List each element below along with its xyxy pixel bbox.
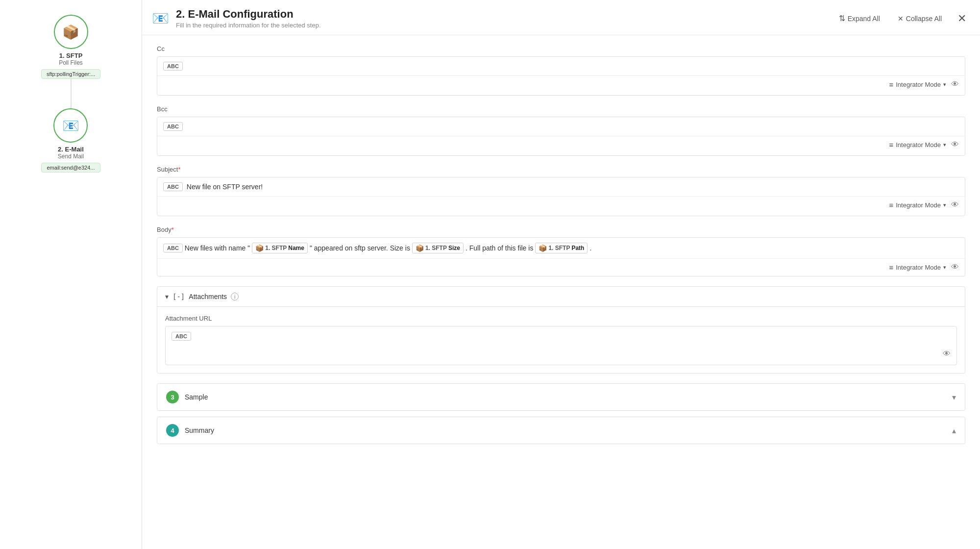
collapse-x-icon: ✕ [898,15,904,23]
token-3-icon: 📦 [539,244,547,252]
body-content-row: ABC New files with name " 📦 1. SFTP Name… [157,238,965,258]
sample-section-left: 3 Sample [166,391,208,403]
summary-section-header[interactable]: 4 Summary ▴ [157,417,965,444]
cc-integrator-mode-button[interactable]: ≡ Integrator Mode ▾ [889,80,946,89]
attachments-header: ▾ [-] Attachments i [157,287,965,307]
step-1-badge: sftp:pollingTrigger:... [41,69,100,79]
body-integrator-mode-label: Integrator Mode [896,264,941,271]
body-field-footer: ≡ Integrator Mode ▾ 👁 [157,258,965,275]
connector-line-1 [71,79,72,108]
body-abc-badge: ABC [163,244,183,252]
cc-eye-button[interactable]: 👁 [951,80,959,89]
header-actions: ⇅ Expand All ✕ Collapse All ✕ [835,10,968,27]
subject-eye-button[interactable]: 👁 [951,200,959,209]
config-header: 📧 2. E-Mail Configuration Fill in the re… [142,0,980,35]
subject-integrator-mode-label: Integrator Mode [896,201,941,209]
body-text-end: . [589,244,591,252]
attachment-url-label: Attachment URL [165,315,957,322]
token-1-source: 1. SFTP [265,245,287,251]
sidebar: 📦 1. SFTP Poll Files sftp:pollingTrigger… [0,0,142,549]
cc-input-wrapper[interactable]: ABC ≡ Integrator Mode ▾ 👁 [157,56,965,96]
collapse-all-button[interactable]: ✕ Collapse All [894,13,946,25]
body-integrator-lines-icon: ≡ [889,263,893,272]
attachments-bracket: [-] [172,293,185,300]
subject-field-footer: ≡ Integrator Mode ▾ 👁 [157,196,965,213]
attachment-url-field[interactable]: ABC 👁 [165,326,957,365]
token-3-field: Path [571,245,584,251]
sample-chevron-icon[interactable]: ▾ [952,393,956,402]
header-text: 2. E-Mail Configuration Fill in the requ… [176,8,321,29]
summary-chevron-icon[interactable]: ▴ [952,426,956,435]
cc-integrator-mode-label: Integrator Mode [896,81,941,88]
cc-label: Cc [157,45,965,52]
body-required-asterisk: * [172,226,174,233]
body-text-middle1: " appeared on sftp server. Size is [310,244,410,252]
body-field-section: Body* ABC New files with name " 📦 1. SFT… [157,226,965,276]
sample-number-badge: 3 [166,391,179,403]
sample-section-header[interactable]: 3 Sample ▾ [157,384,965,410]
sample-title: Sample [185,393,208,401]
step-2-circle[interactable]: 📧 [53,108,88,143]
bcc-integrator-mode-button[interactable]: ≡ Integrator Mode ▾ [889,141,946,149]
bcc-field-footer: ≡ Integrator Mode ▾ 👁 [157,136,965,153]
body-label: Body* [157,226,965,233]
expand-all-label: Expand All [848,15,880,23]
subject-label: Subject* [157,166,965,173]
step-1-label: 1. SFTP [59,52,83,59]
step-2-icon: 📧 [62,118,79,134]
header-email-icon: 📧 [152,10,169,26]
step-1-icon: 📦 [62,24,79,40]
attachment-url-eye-button[interactable]: 👁 [943,349,951,358]
step-1-circle[interactable]: 📦 [54,15,88,49]
expand-icon: ⇅ [839,14,845,23]
bcc-dropdown-icon: ▾ [943,142,946,148]
body-input-wrapper[interactable]: ABC New files with name " 📦 1. SFTP Name… [157,237,965,276]
step-2-sublabel: Send Mail [58,153,84,160]
subject-input-wrapper[interactable]: ABC New file on SFTP server! ≡ Integrato… [157,177,965,216]
header-title-text: E-Mail Configuration [188,8,293,20]
attachments-collapse-icon[interactable]: ▾ [165,293,169,300]
step-1-node[interactable]: 📦 1. SFTP Poll Files sftp:pollingTrigger… [41,15,100,79]
body-eye-button[interactable]: 👁 [951,263,959,272]
step-2-node[interactable]: 📧 2. E-Mail Send Mail email:send@e324... [41,108,100,173]
bcc-label: Bcc [157,105,965,113]
close-button[interactable]: ✕ [956,10,968,27]
collapse-all-label: Collapse All [906,15,942,23]
subject-integrator-mode-button[interactable]: ≡ Integrator Mode ▾ [889,201,946,209]
body-dropdown-icon: ▾ [943,264,946,271]
step-2-badge: email:send@e324... [41,163,100,173]
attachment-url-abc-badge: ABC [172,332,191,341]
step-2-label: 2. E-Mail [58,146,84,153]
expand-all-button[interactable]: ⇅ Expand All [835,12,884,25]
bcc-eye-button[interactable]: 👁 [951,140,959,149]
subject-abc-badge: ABC [163,182,183,191]
token-2-icon: 📦 [416,244,424,252]
attachments-section: ▾ [-] Attachments i Attachment URL ABC 👁 [157,286,965,374]
token-2-field: Size [448,245,460,251]
subject-value[interactable]: New file on SFTP server! [187,183,263,191]
summary-section: 4 Summary ▴ [157,417,965,444]
cc-abc-badge: ABC [163,62,183,71]
bcc-field-section: Bcc ABC ≡ Integrator Mode ▾ 👁 [157,105,965,156]
body-text-before: New files with name " [185,244,250,252]
header-left: 📧 2. E-Mail Configuration Fill in the re… [152,8,321,29]
summary-title: Summary [185,426,214,434]
subject-field-section: Subject* ABC New file on SFTP server! ≡ … [157,166,965,216]
token-1-icon: 📦 [255,244,264,252]
subject-integrator-lines-icon: ≡ [889,201,893,209]
cc-dropdown-icon: ▾ [943,81,946,88]
body-integrator-mode-button[interactable]: ≡ Integrator Mode ▾ [889,263,946,272]
body-text-middle2: . Full path of this file is [466,244,534,252]
header-title: 2. E-Mail Configuration [176,8,321,21]
bcc-integrator-mode-label: Integrator Mode [896,141,941,149]
cc-field-section: Cc ABC ≡ Integrator Mode ▾ 👁 [157,45,965,96]
attachments-info-icon[interactable]: i [231,293,239,300]
main-panel: 📧 2. E-Mail Configuration Fill in the re… [142,0,980,549]
body-token-3: 📦 1. SFTP Path [535,243,588,253]
attachments-title: Attachments [189,293,227,300]
bcc-input-wrapper[interactable]: ABC ≡ Integrator Mode ▾ 👁 [157,117,965,156]
token-3-source: 1. SFTP [548,245,570,251]
summary-number-badge: 4 [166,424,179,437]
content-area[interactable]: Cc ABC ≡ Integrator Mode ▾ 👁 Bcc [142,35,980,549]
step-1-sublabel: Poll Files [59,59,83,66]
